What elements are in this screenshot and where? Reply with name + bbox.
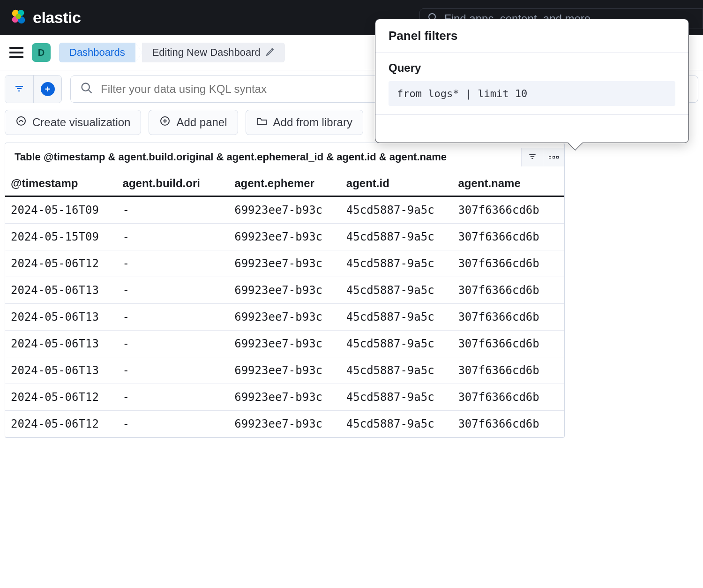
popover-query-label: Query (389, 61, 675, 75)
table-row[interactable]: 2024-05-06T12-69923ee7-b93c45cd5887-9a5c… (5, 384, 564, 411)
col-header-build[interactable]: agent.build.ori (117, 171, 229, 196)
table-row[interactable]: 2024-05-06T13-69923ee7-b93c45cd5887-9a5c… (5, 357, 564, 384)
col-header-timestamp[interactable]: @timestamp (5, 171, 117, 196)
elastic-logo-icon (9, 8, 27, 28)
cell-ts: 2024-05-06T13 (5, 304, 117, 331)
col-header-agent-id[interactable]: agent.id (341, 171, 453, 196)
add-panel-label: Add panel (176, 116, 227, 129)
cell-build: - (117, 277, 229, 304)
cell-eph: 69923ee7-b93c (229, 196, 341, 224)
cell-eph: 69923ee7-b93c (229, 224, 341, 250)
cell-id: 45cd5887-9a5c (341, 357, 453, 384)
plus-circle-icon: + (41, 82, 55, 96)
nav-toggle-button[interactable] (9, 47, 23, 58)
cell-eph: 69923ee7-b93c (229, 277, 341, 304)
add-panel-button[interactable]: Add panel (149, 110, 238, 135)
add-filter-button[interactable]: + (33, 75, 61, 103)
cell-build: - (117, 331, 229, 357)
popover-query-value[interactable]: from logs* | limit 10 (389, 81, 675, 106)
add-from-library-label: Add from library (273, 116, 352, 129)
cell-eph: 69923ee7-b93c (229, 384, 341, 411)
panel-header: Table @timestamp & agent.build.original … (5, 143, 564, 171)
brand-name: elastic (33, 8, 81, 27)
saved-query-button[interactable] (5, 75, 33, 103)
cell-ts: 2024-05-06T13 (5, 331, 117, 357)
cell-id: 45cd5887-9a5c (341, 384, 453, 411)
breadcrumb: Dashboards Editing New Dashboard (59, 43, 285, 62)
table-row[interactable]: 2024-05-16T09-69923ee7-b93c45cd5887-9a5c… (5, 196, 564, 224)
cell-name: 307f6366cd6b (452, 196, 564, 224)
cell-build: - (117, 250, 229, 277)
cell-ts: 2024-05-06T12 (5, 250, 117, 277)
search-icon (80, 82, 93, 97)
cell-ts: 2024-05-06T12 (5, 411, 117, 437)
table-row[interactable]: 2024-05-06T12-69923ee7-b93c45cd5887-9a5c… (5, 250, 564, 277)
panel-options-button[interactable] (543, 148, 564, 166)
table-row[interactable]: 2024-05-15T09-69923ee7-b93c45cd5887-9a5c… (5, 224, 564, 250)
cell-build: - (117, 304, 229, 331)
breadcrumb-dashboards-label: Dashboards (69, 46, 125, 59)
cell-name: 307f6366cd6b (452, 357, 564, 384)
cell-name: 307f6366cd6b (452, 304, 564, 331)
cell-id: 45cd5887-9a5c (341, 331, 453, 357)
folder-open-icon (256, 115, 268, 129)
create-visualization-label: Create visualization (32, 116, 130, 129)
cell-ts: 2024-05-06T12 (5, 384, 117, 411)
breadcrumb-editing-label: Editing New Dashboard (152, 46, 261, 59)
table-row[interactable]: 2024-05-06T13-69923ee7-b93c45cd5887-9a5c… (5, 331, 564, 357)
panel-filters-button[interactable] (521, 148, 543, 166)
col-header-ephemeral[interactable]: agent.ephemer (229, 171, 341, 196)
cell-build: - (117, 357, 229, 384)
panel-filters-popover: Panel filters Query from logs* | limit 1… (375, 19, 689, 143)
popover-footer (375, 114, 688, 143)
lens-icon (15, 115, 27, 129)
plus-circle-outline-icon (159, 115, 171, 129)
cell-eph: 69923ee7-b93c (229, 331, 341, 357)
cell-ts: 2024-05-06T13 (5, 357, 117, 384)
cell-build: - (117, 384, 229, 411)
cell-build: - (117, 196, 229, 224)
cell-id: 45cd5887-9a5c (341, 196, 453, 224)
cell-eph: 69923ee7-b93c (229, 411, 341, 437)
cell-ts: 2024-05-15T09 (5, 224, 117, 250)
create-visualization-button[interactable]: Create visualization (5, 110, 141, 135)
table-row[interactable]: 2024-05-06T13-69923ee7-b93c45cd5887-9a5c… (5, 304, 564, 331)
popover-title: Panel filters (375, 19, 688, 53)
cell-name: 307f6366cd6b (452, 331, 564, 357)
svg-point-10 (82, 83, 90, 91)
col-header-agent-name[interactable]: agent.name (452, 171, 564, 196)
cell-build: - (117, 224, 229, 250)
data-table: @timestamp agent.build.ori agent.ephemer… (5, 171, 564, 437)
cell-id: 45cd5887-9a5c (341, 250, 453, 277)
cell-id: 45cd5887-9a5c (341, 224, 453, 250)
cell-ts: 2024-05-16T09 (5, 196, 117, 224)
table-row[interactable]: 2024-05-06T12-69923ee7-b93c45cd5887-9a5c… (5, 411, 564, 437)
filter-button-group: + (5, 75, 62, 103)
table-header-row: @timestamp agent.build.ori agent.ephemer… (5, 171, 564, 196)
cell-name: 307f6366cd6b (452, 250, 564, 277)
cell-eph: 69923ee7-b93c (229, 357, 341, 384)
table-row[interactable]: 2024-05-06T13-69923ee7-b93c45cd5887-9a5c… (5, 277, 564, 304)
cell-name: 307f6366cd6b (452, 224, 564, 250)
cell-ts: 2024-05-06T13 (5, 277, 117, 304)
cell-id: 45cd5887-9a5c (341, 411, 453, 437)
filter-icon (528, 152, 537, 163)
svg-point-4 (15, 14, 21, 19)
cell-name: 307f6366cd6b (452, 384, 564, 411)
table-panel: Table @timestamp & agent.build.original … (5, 143, 565, 438)
breadcrumb-dashboards[interactable]: Dashboards (59, 43, 135, 62)
svg-line-11 (89, 90, 92, 93)
add-from-library-button[interactable]: Add from library (246, 110, 363, 135)
cell-eph: 69923ee7-b93c (229, 304, 341, 331)
cell-name: 307f6366cd6b (452, 277, 564, 304)
brand-logo[interactable]: elastic (9, 8, 81, 28)
filter-icon (14, 83, 25, 96)
space-initial: D (38, 47, 45, 58)
cell-name: 307f6366cd6b (452, 411, 564, 437)
space-avatar[interactable]: D (32, 43, 51, 62)
panel-actions (521, 148, 564, 166)
cell-id: 45cd5887-9a5c (341, 277, 453, 304)
more-horizontal-icon (549, 156, 559, 158)
pencil-icon (265, 45, 277, 60)
breadcrumb-editing[interactable]: Editing New Dashboard (142, 43, 285, 62)
